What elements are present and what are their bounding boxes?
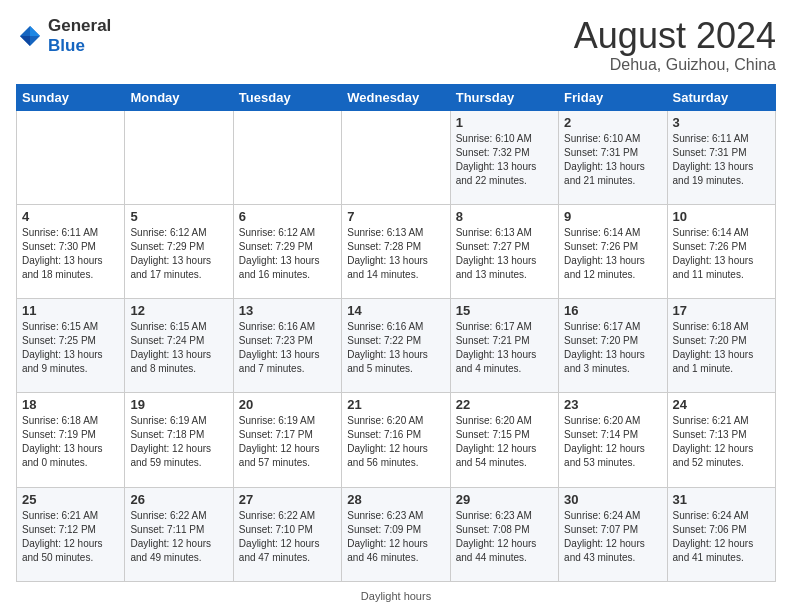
calendar-cell-w3-d3: 21Sunrise: 6:20 AMSunset: 7:16 PMDayligh… [342,393,450,487]
header: General Blue August 2024 Dehua, Guizhou,… [16,16,776,74]
calendar-cell-w3-d5: 23Sunrise: 6:20 AMSunset: 7:14 PMDayligh… [559,393,667,487]
day-number: 3 [673,115,770,130]
day-info: Sunrise: 6:19 AMSunset: 7:17 PMDaylight:… [239,414,336,470]
day-number: 28 [347,492,444,507]
day-number: 31 [673,492,770,507]
week-row-1: 4Sunrise: 6:11 AMSunset: 7:30 PMDaylight… [17,204,776,298]
day-info: Sunrise: 6:15 AMSunset: 7:25 PMDaylight:… [22,320,119,376]
day-number: 26 [130,492,227,507]
title-block: August 2024 Dehua, Guizhou, China [574,16,776,74]
day-number: 7 [347,209,444,224]
calendar-cell-w0-d0 [17,110,125,204]
calendar-cell-w3-d6: 24Sunrise: 6:21 AMSunset: 7:13 PMDayligh… [667,393,775,487]
day-number: 12 [130,303,227,318]
day-info: Sunrise: 6:22 AMSunset: 7:11 PMDaylight:… [130,509,227,565]
day-number: 15 [456,303,553,318]
calendar-cell-w3-d4: 22Sunrise: 6:20 AMSunset: 7:15 PMDayligh… [450,393,558,487]
week-row-4: 25Sunrise: 6:21 AMSunset: 7:12 PMDayligh… [17,487,776,581]
logo-icon [16,22,44,50]
day-info: Sunrise: 6:23 AMSunset: 7:08 PMDaylight:… [456,509,553,565]
logo-text: General Blue [48,16,111,57]
day-number: 13 [239,303,336,318]
day-number: 30 [564,492,661,507]
day-number: 18 [22,397,119,412]
week-row-2: 11Sunrise: 6:15 AMSunset: 7:25 PMDayligh… [17,299,776,393]
calendar-cell-w1-d6: 10Sunrise: 6:14 AMSunset: 7:26 PMDayligh… [667,204,775,298]
calendar-cell-w0-d4: 1Sunrise: 6:10 AMSunset: 7:32 PMDaylight… [450,110,558,204]
day-number: 8 [456,209,553,224]
day-number: 19 [130,397,227,412]
calendar-cell-w2-d2: 13Sunrise: 6:16 AMSunset: 7:23 PMDayligh… [233,299,341,393]
day-number: 4 [22,209,119,224]
location-title: Dehua, Guizhou, China [574,56,776,74]
day-number: 27 [239,492,336,507]
calendar-cell-w4-d4: 29Sunrise: 6:23 AMSunset: 7:08 PMDayligh… [450,487,558,581]
day-info: Sunrise: 6:17 AMSunset: 7:20 PMDaylight:… [564,320,661,376]
header-day-saturday: Saturday [667,84,775,110]
day-info: Sunrise: 6:14 AMSunset: 7:26 PMDaylight:… [673,226,770,282]
day-info: Sunrise: 6:24 AMSunset: 7:07 PMDaylight:… [564,509,661,565]
calendar-cell-w1-d0: 4Sunrise: 6:11 AMSunset: 7:30 PMDaylight… [17,204,125,298]
day-number: 16 [564,303,661,318]
day-number: 9 [564,209,661,224]
day-info: Sunrise: 6:17 AMSunset: 7:21 PMDaylight:… [456,320,553,376]
day-info: Sunrise: 6:13 AMSunset: 7:28 PMDaylight:… [347,226,444,282]
calendar-cell-w1-d3: 7Sunrise: 6:13 AMSunset: 7:28 PMDaylight… [342,204,450,298]
footer: Daylight hours [16,586,776,602]
day-info: Sunrise: 6:12 AMSunset: 7:29 PMDaylight:… [239,226,336,282]
day-info: Sunrise: 6:14 AMSunset: 7:26 PMDaylight:… [564,226,661,282]
day-number: 20 [239,397,336,412]
header-day-wednesday: Wednesday [342,84,450,110]
day-number: 6 [239,209,336,224]
calendar-cell-w4-d3: 28Sunrise: 6:23 AMSunset: 7:09 PMDayligh… [342,487,450,581]
calendar-cell-w2-d4: 15Sunrise: 6:17 AMSunset: 7:21 PMDayligh… [450,299,558,393]
day-info: Sunrise: 6:11 AMSunset: 7:30 PMDaylight:… [22,226,119,282]
day-number: 2 [564,115,661,130]
day-info: Sunrise: 6:21 AMSunset: 7:12 PMDaylight:… [22,509,119,565]
day-info: Sunrise: 6:18 AMSunset: 7:20 PMDaylight:… [673,320,770,376]
day-number: 22 [456,397,553,412]
day-number: 29 [456,492,553,507]
calendar-cell-w2-d5: 16Sunrise: 6:17 AMSunset: 7:20 PMDayligh… [559,299,667,393]
day-number: 10 [673,209,770,224]
svg-marker-2 [20,36,30,46]
day-number: 11 [22,303,119,318]
header-day-thursday: Thursday [450,84,558,110]
calendar-cell-w2-d0: 11Sunrise: 6:15 AMSunset: 7:25 PMDayligh… [17,299,125,393]
svg-marker-1 [30,26,40,36]
day-info: Sunrise: 6:10 AMSunset: 7:32 PMDaylight:… [456,132,553,188]
calendar-cell-w2-d3: 14Sunrise: 6:16 AMSunset: 7:22 PMDayligh… [342,299,450,393]
calendar-cell-w4-d0: 25Sunrise: 6:21 AMSunset: 7:12 PMDayligh… [17,487,125,581]
day-info: Sunrise: 6:16 AMSunset: 7:22 PMDaylight:… [347,320,444,376]
calendar-cell-w4-d5: 30Sunrise: 6:24 AMSunset: 7:07 PMDayligh… [559,487,667,581]
calendar-cell-w0-d6: 3Sunrise: 6:11 AMSunset: 7:31 PMDaylight… [667,110,775,204]
calendar-body: 1Sunrise: 6:10 AMSunset: 7:32 PMDaylight… [17,110,776,581]
week-row-0: 1Sunrise: 6:10 AMSunset: 7:32 PMDaylight… [17,110,776,204]
calendar-cell-w2-d1: 12Sunrise: 6:15 AMSunset: 7:24 PMDayligh… [125,299,233,393]
day-info: Sunrise: 6:20 AMSunset: 7:15 PMDaylight:… [456,414,553,470]
header-day-friday: Friday [559,84,667,110]
day-number: 5 [130,209,227,224]
day-info: Sunrise: 6:10 AMSunset: 7:31 PMDaylight:… [564,132,661,188]
logo-general: General [48,16,111,35]
calendar-cell-w3-d1: 19Sunrise: 6:19 AMSunset: 7:18 PMDayligh… [125,393,233,487]
logo: General Blue [16,16,111,57]
calendar-cell-w0-d3 [342,110,450,204]
calendar-header: SundayMondayTuesdayWednesdayThursdayFrid… [17,84,776,110]
day-number: 25 [22,492,119,507]
header-day-monday: Monday [125,84,233,110]
calendar-cell-w1-d4: 8Sunrise: 6:13 AMSunset: 7:27 PMDaylight… [450,204,558,298]
day-info: Sunrise: 6:11 AMSunset: 7:31 PMDaylight:… [673,132,770,188]
calendar: SundayMondayTuesdayWednesdayThursdayFrid… [16,84,776,582]
day-number: 1 [456,115,553,130]
calendar-cell-w0-d1 [125,110,233,204]
calendar-cell-w2-d6: 17Sunrise: 6:18 AMSunset: 7:20 PMDayligh… [667,299,775,393]
day-number: 17 [673,303,770,318]
calendar-cell-w3-d2: 20Sunrise: 6:19 AMSunset: 7:17 PMDayligh… [233,393,341,487]
day-info: Sunrise: 6:13 AMSunset: 7:27 PMDaylight:… [456,226,553,282]
day-number: 23 [564,397,661,412]
day-info: Sunrise: 6:20 AMSunset: 7:14 PMDaylight:… [564,414,661,470]
day-info: Sunrise: 6:20 AMSunset: 7:16 PMDaylight:… [347,414,444,470]
day-info: Sunrise: 6:19 AMSunset: 7:18 PMDaylight:… [130,414,227,470]
header-row: SundayMondayTuesdayWednesdayThursdayFrid… [17,84,776,110]
